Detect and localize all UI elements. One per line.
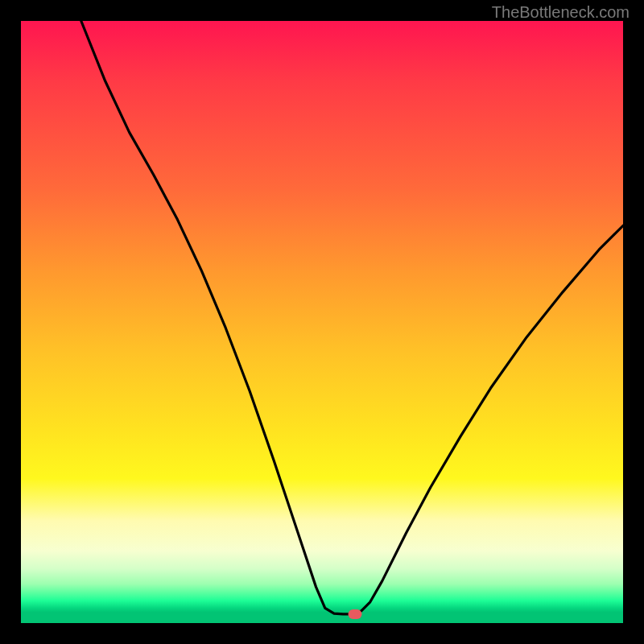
watermark-text: TheBottleneck.com <box>492 3 630 22</box>
plot-area <box>21 21 623 623</box>
bottleneck-curve <box>21 21 623 623</box>
chart-frame: TheBottleneck.com <box>0 0 644 644</box>
optimal-point-marker <box>349 609 362 619</box>
